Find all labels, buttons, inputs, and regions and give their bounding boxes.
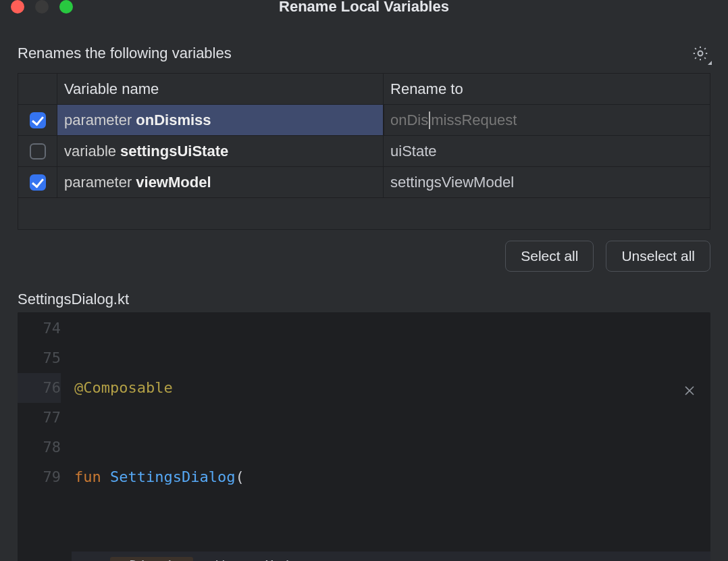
rename-input[interactable]: onDismissRequest [384,105,710,135]
settings-button[interactable] [690,43,710,64]
variable-ident: onDismiss [136,112,211,129]
gutter: 74 75 76 77 78 79 [18,312,72,561]
select-all-button[interactable]: Select all [505,241,594,272]
table-header: Variable name Rename to [18,74,710,105]
zoom-window-icon[interactable] [59,0,73,14]
window-title: Rename Local Variables [0,0,728,16]
rename-cell[interactable]: settingsViewModel [384,167,710,197]
variable-ident: viewModel [136,174,211,191]
variable-kind: parameter [64,112,132,129]
minimize-window-icon[interactable] [35,0,49,14]
subheader-text: Renames the following variables [18,45,232,62]
dialog-window: Rename Local Variables Renames the follo… [0,0,728,561]
gear-icon [692,45,709,62]
subheader-row: Renames the following variables [18,43,710,64]
unselect-all-button[interactable]: Unselect all [606,241,710,272]
highlighted-identifier: onDismiss [110,557,193,561]
svg-point-0 [698,51,703,56]
row-checkbox[interactable] [30,174,46,191]
variables-table: Variable name Rename to parameter onDism… [18,73,710,230]
file-name-label: SettingsDialog.kt [18,291,710,308]
variable-kind: parameter [64,174,132,191]
column-rename-to[interactable]: Rename to [384,74,710,104]
row-checkbox[interactable] [30,112,46,128]
text-caret [429,112,430,129]
window-controls [11,0,73,14]
table-row[interactable]: variable settingsUiState uiState [18,136,710,167]
table-row[interactable]: parameter viewModel settingsViewModel [18,167,710,198]
table-row[interactable]: parameter onDismiss onDismissRequest [18,105,710,136]
close-window-icon[interactable] [11,0,24,14]
row-checkbox[interactable] [30,143,46,160]
titlebar: Rename Local Variables [0,0,728,14]
rename-cell[interactable]: uiState [384,136,710,166]
code-body[interactable]: @Composable fun SettingsDialog( onDismis… [72,312,710,561]
column-variable-name[interactable]: Variable name [57,74,384,104]
variable-ident: settingsUiState [120,143,228,160]
variable-kind: variable [64,143,116,160]
dismiss-hint-icon[interactable] [683,377,696,407]
table-empty-area [18,198,710,229]
code-preview: 74 75 76 77 78 79 @Composable fun Settin… [18,312,710,561]
